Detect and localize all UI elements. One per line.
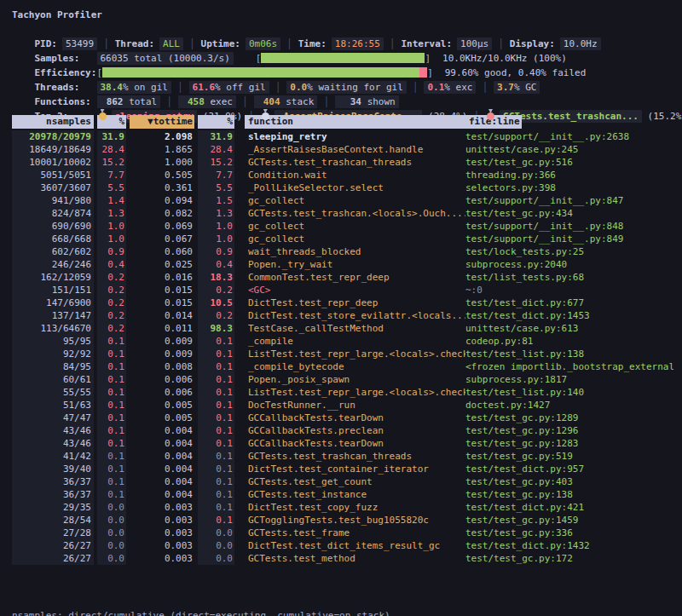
total-value: 862 [101,95,124,109]
cumulative-pct-cell: 31.9 [198,130,234,143]
bronze-medal-icon [487,110,494,119]
separator: │ [160,96,178,107]
file-line-cell: test/test_gc.py:138 [465,488,675,501]
function-cell: GCTests.test_get_count [245,475,465,488]
nsamples-cell: 39/40 [12,463,94,475]
nsamples-cell: 60/61 [12,373,94,386]
file-line-cell: test/test_gc.py:172 [465,552,675,565]
separator: │ [236,96,254,107]
direct-pct-cell: 1.4 [97,194,126,207]
profiler-terminal[interactable]: Tachyon Profiler PID:53499│Thread:ALL│Up… [0,0,682,616]
file-line-cell: test/support/__init__.py:847 [465,194,675,207]
column-header-function[interactable]: function [245,115,465,129]
function-cell: _AssertRaisesBaseContext.handle [245,143,465,156]
direct-pct-cell: 28.4 [97,143,126,156]
direct-pct-cell: 0.0 [97,501,126,514]
function-cell: _PollLikeSelector.select [245,181,465,194]
table-row: 690/6901.00.0691.0gc_collecttest/support… [12,220,675,233]
file-line-cell: test/support/__init__.py:849 [465,233,675,245]
function-cell: ListTest.test_repr_large.<locals>.check [245,386,465,399]
nsamples-cell: 20978/20979 [12,130,94,143]
direct-pct-cell: 0.1 [97,475,126,488]
file-line-cell: test/test_gc.py:336 [465,527,675,539]
nsamples-cell: 824/874 [12,207,94,220]
file-line-cell: subprocess.py:1817 [465,373,675,386]
nsamples-cell: 690/690 [12,220,94,233]
nsamples-cell: 36/37 [12,488,94,501]
direct-pct-cell: 0.9 [97,245,126,258]
cumulative-pct-cell: 0.1 [198,399,234,412]
separator: │ [171,82,189,93]
nsamples-cell: 113/64670 [12,322,94,335]
column-header-nsamples[interactable]: nsamples [12,115,94,129]
function-cell: TestCase._callTestMethod [245,322,465,335]
table-row: 84/950.10.0080.1_compile_bytecode<frozen… [12,360,675,373]
shown-value: 34 [338,95,361,109]
tottime-cell: 0.004 [130,488,194,501]
direct-pct-cell: 0.2 [97,322,126,335]
file-line-cell: threading.py:366 [465,169,675,181]
tottime-cell: 0.004 [130,424,194,437]
table-row: 95/950.10.0090.1_compilecodeop.py:81 [12,335,675,348]
silver-medal-icon [262,110,269,119]
direct-pct-cell: 0.1 [97,373,126,386]
function-cell: DocTestRunner.__run [245,399,465,412]
file-line-cell: test/test_dict.py:677 [465,296,675,309]
time-value: 18:26:55 [332,37,384,50]
efficiency-fail-bar [419,67,427,78]
table-body: 20978/2097931.92.09831.9sleeping_retryte… [12,130,675,565]
function-cell: gc_collect [245,194,465,207]
table-row: 47/470.10.0050.1GCCallbackTests.tearDown… [12,412,675,424]
table-row: 41/420.10.0040.1GCTests.test_trashcan_th… [12,450,675,463]
separator: │ [407,82,425,93]
uptime-value: 0m06s [246,37,280,50]
threads-gc: 3.7% GC [494,81,540,94]
nsamples-cell: 147/6900 [12,296,94,309]
stack-value: 404 [257,95,280,109]
table-row: 60/610.10.0060.1Popen._posix_spawnsubpro… [12,373,675,386]
gold-medal-icon [99,110,107,119]
tottime-cell: 0.082 [130,207,194,220]
nsamples-cell: 3607/3607 [12,181,94,194]
tottime-cell: 0.505 [130,169,194,181]
threads-label: Threads: [35,80,97,95]
cumulative-pct-cell: 0.0 [198,527,234,539]
off-gil-value: 61.6 [193,82,216,93]
file-line-cell: test/test_gc.py:1283 [465,437,675,450]
samples-bar-close: ] [425,53,431,64]
tottime-cell: 0.005 [130,399,194,412]
direct-pct-cell: 0.0 [97,539,126,552]
efficiency-text: 99.60% good, 0.40% failed [445,67,587,78]
thread-value: ALL [159,37,183,50]
threads-waiting: 0.0% waiting for gil [286,81,406,94]
separator: │ [492,38,510,49]
table-row: 602/6020.90.0600.9wait_threads_blockedte… [12,245,675,258]
table-row: 246/2460.40.0250.4Popen._try_waitsubproc… [12,258,675,271]
function-cell: GCTests.test_instance [245,488,465,501]
tottime-cell: 0.025 [130,258,194,271]
on-gil-value: 38.4 [101,82,124,93]
table-row: 18649/1864928.41.86528.4_AssertRaisesBas… [12,143,675,156]
column-header-tottime-sorted[interactable]: ▼tottime [130,115,194,129]
table-row: 147/69000.20.01510.5DictTest.test_repr_d… [12,296,675,309]
file-line-cell: test/test_gc.py:1289 [465,412,675,424]
status-line: PID:53499│Thread:ALL│Uptime:0m06s│Time:1… [12,22,675,37]
function-cell: DictTest.test_dict_items_result_gc [245,539,465,552]
gc-value: 3.7 [497,82,514,93]
interval-label: Interval: [401,38,452,49]
cumulative-pct-cell: 0.1 [198,475,234,488]
shown-text: shown [367,96,396,107]
nsamples-cell: 29/35 [12,501,94,514]
cumulative-pct-cell: 28.4 [198,143,234,156]
nsamples-cell: 95/95 [12,335,94,348]
table-row: 55/550.10.0060.1ListTest.test_repr_large… [12,386,675,399]
file-line-cell: subprocess.py:2040 [465,258,675,271]
column-header-cumulative-pct[interactable]: % [198,115,234,129]
functions-label: Functions: [35,95,97,109]
function-cell: GCCallbackTests.preclean [245,424,465,437]
nsamples-cell: 137/147 [12,309,94,322]
table-row: 43/460.10.0040.1GCCallbackTests.preclean… [12,424,675,437]
separator: │ [317,96,335,107]
tottime-cell: 0.006 [130,373,194,386]
file-line-cell: unittest/case.py:245 [465,143,675,156]
